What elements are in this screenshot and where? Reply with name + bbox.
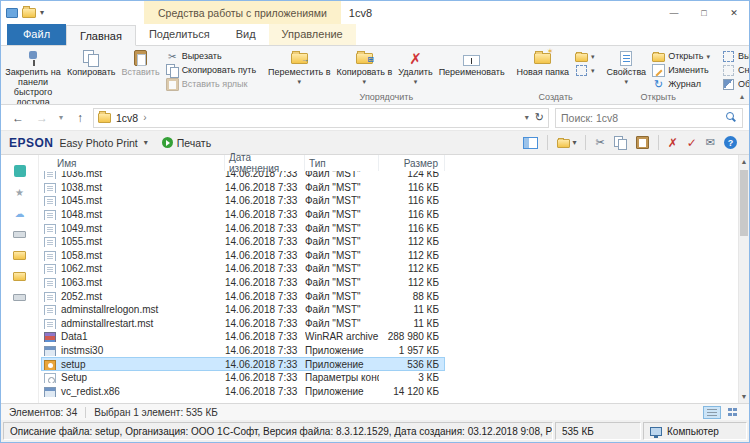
ribbon-group-create: ✶ Новая папка ▾ ▾ Создать <box>513 46 599 104</box>
table-row[interactable]: adminstallrelogon.mst14.06.2018 7:33Файл… <box>41 303 445 317</box>
table-row[interactable]: Setup14.06.2018 7:33Параметры конф...3 К… <box>41 371 445 385</box>
tab-share[interactable]: Поделиться <box>136 24 223 45</box>
up-button[interactable]: ↑ <box>69 108 91 128</box>
table-row[interactable]: 1048.mst14.06.2018 7:33Файл "MST"116 КБ <box>41 208 445 222</box>
cut-icon[interactable]: ✂ <box>595 137 604 148</box>
rename-button[interactable]: Переименовать <box>436 47 508 79</box>
delete-button[interactable]: ✗ Удалить ▾ <box>395 47 435 86</box>
table-row[interactable]: Data114.06.2018 7:33WinRAR archive288 98… <box>41 330 445 344</box>
paste-icon <box>134 50 147 66</box>
mst-file-icon <box>44 237 56 247</box>
titlebar: ▾ Средства работы с приложениями 1cv8 — … <box>1 1 749 24</box>
file-type: Файл "MST" <box>305 318 379 329</box>
minimize-button[interactable]: — <box>659 1 689 24</box>
epson-toolbar: EPSON Easy Photo Print ▾ Печать ▾ ✂ ✗ ✓ … <box>1 131 749 155</box>
copy-icon[interactable] <box>614 136 627 149</box>
column-header-size[interactable]: Размер <box>379 155 445 171</box>
chevron-down-icon[interactable]: ▾ <box>144 138 148 147</box>
icons-view-button[interactable] <box>723 406 741 419</box>
table-row[interactable]: 1038.mst14.06.2018 7:33Файл "MST"116 КБ <box>41 181 445 195</box>
explorer-icon <box>6 8 18 18</box>
address-bar[interactable]: 1cv8 › ▾ ↻ <box>93 108 549 128</box>
file-name-cell: Data1 <box>41 331 225 342</box>
search-input[interactable] <box>561 112 726 124</box>
copy-button[interactable]: Копировать <box>64 47 118 79</box>
move-to-folder-button[interactable]: ▾ <box>557 137 576 148</box>
table-row[interactable]: 2052.mst14.06.2018 7:33Файл "MST"88 КБ <box>41 289 445 303</box>
table-row[interactable]: 1045.mst14.06.2018 7:33Файл "MST"116 КБ <box>41 194 445 208</box>
easy-access-icon <box>576 65 587 76</box>
table-row[interactable]: 1058.mst14.06.2018 7:33Файл "MST"112 КБ <box>41 249 445 263</box>
address-dropdown-icon[interactable]: ▾ <box>525 113 529 122</box>
chevron-down-icon: ▾ <box>591 53 595 60</box>
scrollbar-thumb[interactable] <box>740 170 748 236</box>
tab-file[interactable]: Файл <box>7 24 66 45</box>
paste-shortcut-button[interactable]: Вставить ярлык <box>163 77 259 91</box>
select-all-button[interactable]: Выделить все <box>719 49 749 63</box>
mail-icon[interactable]: ✉ <box>706 137 715 148</box>
file-name: vc_redist.x86 <box>61 386 120 397</box>
table-row[interactable]: 1063.mst14.06.2018 7:33Файл "MST"112 КБ <box>41 276 445 290</box>
file-date: 14.06.2018 7:33 <box>225 304 305 315</box>
scroll-down-icon[interactable]: ▼ <box>739 390 749 403</box>
check-icon[interactable]: ✓ <box>687 136 697 150</box>
cut-button[interactable]: ✂ Вырезать <box>163 49 259 63</box>
maximize-button[interactable]: □ <box>689 1 719 24</box>
paste-icon[interactable] <box>636 136 649 149</box>
group-label-create: Создать <box>514 91 598 104</box>
close-button[interactable]: ✕ <box>719 1 749 24</box>
vertical-scrollbar[interactable]: ▲ ▼ <box>738 155 749 403</box>
breadcrumb-chevron-icon[interactable]: › <box>143 112 146 123</box>
scroll-up-icon[interactable]: ▲ <box>739 155 749 168</box>
selection-summary: Выбран 1 элемент: 535 КБ <box>94 407 218 418</box>
breadcrumb[interactable]: 1cv8 <box>116 112 138 124</box>
recent-locations-chevron-icon[interactable]: ▾ <box>55 108 67 128</box>
new-item-button[interactable]: ▾ <box>572 49 598 63</box>
delete-icon[interactable]: ✗ <box>668 136 678 150</box>
help-icon[interactable]: ? <box>724 136 737 149</box>
back-button[interactable]: ← <box>7 108 29 128</box>
folder-icon[interactable] <box>22 8 36 18</box>
new-folder-button[interactable]: ✶ Новая папка <box>514 47 572 79</box>
paste-button[interactable]: Вставить <box>118 47 162 79</box>
tab-view[interactable]: Вид <box>223 24 269 45</box>
details-view-button[interactable] <box>703 406 721 419</box>
tab-home[interactable]: Главная <box>66 25 136 46</box>
mst-file-icon <box>44 196 56 206</box>
table-row[interactable]: instmsi3014.06.2018 7:33Приложение1 957 … <box>41 344 445 358</box>
table-row[interactable]: adminstallrestart.mst14.06.2018 7:33Файл… <box>41 317 445 331</box>
delete-label: Удалить <box>398 68 432 78</box>
search-icon[interactable] <box>726 112 737 123</box>
table-row[interactable]: 1062.mst14.06.2018 7:33Файл "MST"112 КБ <box>41 262 445 276</box>
history-button[interactable]: ↻ Журнал <box>649 77 713 91</box>
table-row[interactable]: vc_redist.x8614.06.2018 7:33Приложение14… <box>41 385 445 399</box>
edit-button[interactable]: Изменить <box>649 63 713 77</box>
file-type: Приложение <box>305 345 379 356</box>
mst-file-icon <box>44 171 56 179</box>
table-row[interactable]: 1049.mst14.06.2018 7:33Файл "MST"116 КБ <box>41 221 445 235</box>
properties-button[interactable]: Свойства ▾ <box>604 47 650 86</box>
window-controls: — □ ✕ <box>659 1 749 24</box>
table-row[interactable]: setup14.06.2018 7:33Приложение536 КБ <box>41 357 445 371</box>
invert-selection-button[interactable]: Обратить выделение <box>719 77 749 91</box>
column-header-type[interactable]: Тип <box>305 155 379 171</box>
open-button[interactable]: Открыть ▾ <box>649 49 713 63</box>
preview-pane-icon[interactable] <box>523 137 538 149</box>
pin-to-quick-access-button[interactable]: Закрепить на панели быстрого доступа <box>2 47 64 105</box>
copy-path-button[interactable]: Скопировать путь <box>163 63 259 77</box>
move-to-button[interactable]: → Переместить в ▾ <box>265 47 333 86</box>
ribbon-group-select: Выделить все Снять выделение Обратить вы… <box>718 46 749 104</box>
select-none-button[interactable]: Снять выделение <box>719 63 749 77</box>
forward-button[interactable]: → <box>31 108 53 128</box>
refresh-icon[interactable]: ↻ <box>535 111 544 124</box>
easy-access-button[interactable]: ▾ <box>572 63 598 77</box>
qat-customize-chevron-icon[interactable]: ▾ <box>40 8 44 17</box>
print-button[interactable]: Печать <box>162 137 211 149</box>
collapse-ribbon-button[interactable]: ▴ <box>740 92 744 101</box>
column-header-name[interactable]: Имя <box>41 155 225 171</box>
column-header-date[interactable]: Дата изменения <box>225 155 305 171</box>
epson-app-name[interactable]: Easy Photo Print <box>60 137 138 149</box>
copy-to-button[interactable]: ⊞ Копировать в ▾ <box>334 47 396 86</box>
table-row[interactable]: 1055.mst14.06.2018 7:33Файл "MST"112 КБ <box>41 235 445 249</box>
tab-manage[interactable]: Управление <box>269 24 356 45</box>
